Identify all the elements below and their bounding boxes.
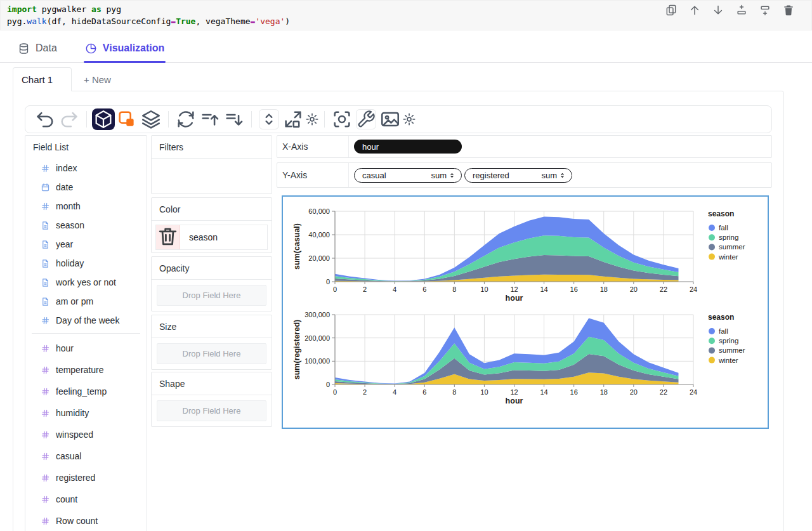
refresh-button[interactable] bbox=[174, 108, 198, 130]
y-tick-label: 60,000 bbox=[308, 207, 330, 215]
opacity-shelf[interactable]: Opacity Drop Field Here bbox=[151, 256, 272, 311]
mark-rect-button[interactable] bbox=[115, 108, 139, 130]
code-cell[interactable]: import pygwalker as pyg pyg.walk(df, hid… bbox=[0, 0, 812, 30]
pill-field-name: casual bbox=[362, 171, 386, 180]
hash-icon bbox=[41, 516, 50, 526]
legend-swatch-fall bbox=[709, 225, 715, 231]
field-label: temperature bbox=[56, 365, 103, 375]
sort-asc-button[interactable] bbox=[198, 108, 222, 130]
pie-chart-icon bbox=[85, 43, 97, 55]
image-button[interactable] bbox=[378, 108, 402, 130]
field-item[interactable]: count bbox=[25, 488, 147, 510]
focus-button[interactable] bbox=[330, 108, 354, 130]
y-tick-label: 0 bbox=[326, 381, 330, 388]
legend-label: winter bbox=[718, 253, 738, 261]
field-item[interactable]: holiday bbox=[25, 254, 147, 273]
y-axis-shelf[interactable]: Y-Axis casualsumregisteredsum bbox=[277, 162, 772, 188]
resize-button[interactable] bbox=[281, 108, 305, 130]
x-tick-label: 22 bbox=[660, 388, 667, 396]
undo-button[interactable] bbox=[33, 108, 57, 130]
field-item[interactable]: feeling_temp bbox=[25, 381, 147, 402]
field-item[interactable]: am or pm bbox=[25, 292, 147, 311]
tab-visualization[interactable]: Visualization bbox=[85, 34, 165, 62]
y-axis-title: sum(registered) bbox=[292, 320, 301, 379]
x-axis-shelf[interactable]: X-Axis hour bbox=[277, 135, 772, 158]
move-up-icon[interactable] bbox=[688, 4, 701, 16]
y-axis-pill[interactable]: casualsum bbox=[354, 168, 462, 183]
y-tick-label: 40,000 bbox=[308, 231, 330, 239]
opacity-dropzone[interactable]: Drop Field Here bbox=[157, 285, 266, 306]
tab-data[interactable]: Data bbox=[18, 34, 57, 62]
shape-dropzone[interactable]: Drop Field Here bbox=[157, 400, 266, 421]
field-item[interactable]: humidity bbox=[25, 402, 147, 424]
size-dropzone[interactable]: Drop Field Here bbox=[157, 343, 266, 364]
chevrons-updown-button[interactable] bbox=[259, 109, 279, 129]
insert-cell-above-icon[interactable] bbox=[735, 4, 748, 16]
field-item[interactable]: season bbox=[25, 216, 147, 235]
sort-desc-button[interactable] bbox=[222, 108, 246, 130]
field-label: year bbox=[56, 239, 73, 249]
view-tabbar: Data Visualization bbox=[0, 34, 812, 63]
x-axis-pill[interactable]: hour bbox=[354, 140, 462, 154]
code-token: , vegaTheme bbox=[195, 16, 250, 26]
field-item[interactable]: hour bbox=[25, 338, 147, 359]
size-shelf[interactable]: Size Drop Field Here bbox=[151, 315, 272, 370]
remove-color-field-button[interactable] bbox=[156, 225, 180, 249]
color-label: Color bbox=[152, 198, 272, 221]
legend-swatch-summer bbox=[709, 347, 715, 353]
chart-canvas-card[interactable]: 020,00040,00060,000024681012141618202224… bbox=[282, 195, 769, 429]
notebook-page: import pygwalker as pyg pyg.walk(df, hid… bbox=[0, 0, 812, 531]
color-shelf[interactable]: Color season bbox=[151, 197, 272, 253]
y-tick-label: 200,000 bbox=[304, 334, 330, 342]
field-label: hour bbox=[56, 343, 74, 353]
field-list-panel: Field List indexdatemonthseasonyearholid… bbox=[25, 135, 147, 531]
field-item[interactable]: Row count bbox=[25, 510, 147, 531]
field-label: holiday bbox=[56, 258, 84, 268]
x-tick-label: 14 bbox=[540, 388, 547, 396]
field-item[interactable]: Day of the week bbox=[25, 311, 147, 330]
field-item[interactable]: temperature bbox=[25, 359, 147, 381]
filters-shelf[interactable]: Filters bbox=[151, 135, 272, 194]
x-tick-label: 12 bbox=[510, 388, 518, 396]
new-chart-button[interactable]: + New bbox=[84, 67, 111, 91]
legend-label: winter bbox=[718, 357, 738, 364]
tab-visualization-label: Visualization bbox=[103, 43, 165, 54]
x-tick-label: 2 bbox=[363, 285, 367, 293]
move-down-icon[interactable] bbox=[712, 4, 724, 16]
field-item[interactable]: casual bbox=[25, 445, 147, 467]
toolbar-separator bbox=[168, 111, 169, 128]
redo-button[interactable] bbox=[57, 108, 81, 130]
shape-shelf[interactable]: Shape Drop Field Here bbox=[151, 372, 272, 427]
field-item[interactable]: work yes or not bbox=[25, 273, 147, 292]
hash-icon bbox=[41, 202, 50, 211]
hash-icon bbox=[41, 316, 50, 325]
field-label: winspeed bbox=[56, 429, 93, 440]
chevrons-updown-icon bbox=[559, 172, 566, 179]
x-tick-label: 10 bbox=[480, 285, 488, 293]
legend-title: season bbox=[708, 209, 734, 218]
layers-button[interactable] bbox=[139, 108, 163, 130]
field-item[interactable]: winspeed bbox=[25, 424, 147, 445]
field-item[interactable]: registered bbox=[25, 467, 147, 488]
delete-cell-icon[interactable] bbox=[782, 4, 795, 16]
field-item[interactable]: date bbox=[25, 178, 147, 197]
cube-button[interactable] bbox=[92, 108, 115, 130]
aggregation-dropdown[interactable]: sum bbox=[541, 171, 566, 180]
y-axis-pill[interactable]: registeredsum bbox=[464, 168, 572, 183]
color-field-chip[interactable]: season bbox=[155, 225, 268, 250]
chart-tab-1[interactable]: Chart 1 bbox=[13, 67, 72, 91]
field-item[interactable]: index bbox=[25, 159, 147, 178]
gear-icon[interactable] bbox=[402, 108, 416, 130]
gear-icon[interactable] bbox=[305, 108, 319, 130]
legend-label: spring bbox=[719, 233, 738, 241]
legend-swatch-spring bbox=[709, 234, 715, 240]
x-tick-label: 18 bbox=[600, 388, 608, 396]
insert-cell-below-icon[interactable] bbox=[759, 4, 771, 16]
field-label: season bbox=[56, 220, 84, 230]
field-item[interactable]: month bbox=[25, 197, 147, 216]
text-field-icon bbox=[41, 259, 50, 268]
duplicate-cell-icon[interactable] bbox=[665, 4, 678, 16]
field-item[interactable]: year bbox=[25, 235, 147, 254]
wrench-button[interactable] bbox=[356, 109, 376, 129]
aggregation-dropdown[interactable]: sum bbox=[431, 171, 455, 180]
